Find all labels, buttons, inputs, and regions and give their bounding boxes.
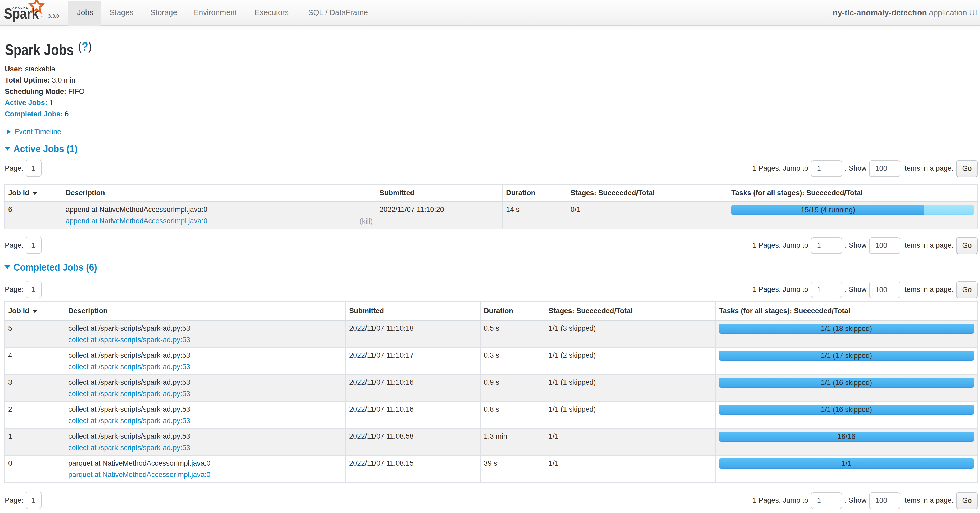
svg-text:TM: TM	[40, 16, 43, 18]
svg-text:Spark: Spark	[4, 5, 39, 22]
